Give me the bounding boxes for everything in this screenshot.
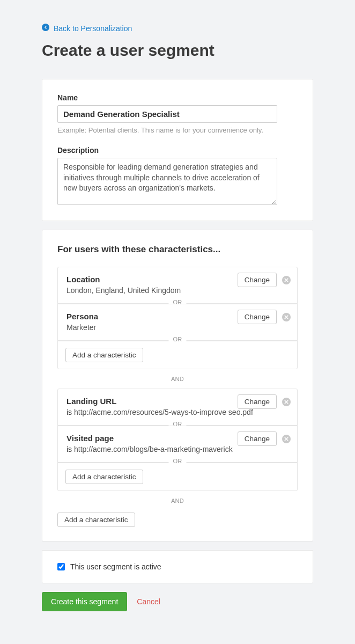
remove-icon[interactable] <box>282 398 291 406</box>
characteristic-rule: Visited page is http://acme.com/blogs/be… <box>58 426 297 462</box>
active-card: This user segment is active <box>42 550 313 583</box>
remove-icon[interactable] <box>282 276 291 284</box>
add-characteristic-row: Add a characteristic <box>58 463 297 491</box>
arrow-left-circle-icon <box>42 24 49 33</box>
change-button[interactable]: Change <box>238 273 277 287</box>
remove-icon[interactable] <box>282 313 291 321</box>
rule-value: is http://acme.com/resources/5-ways-to-i… <box>66 408 289 416</box>
page-title: Create a user segment <box>42 41 313 60</box>
back-link[interactable]: Back to Personalization <box>42 24 132 33</box>
active-checkbox[interactable] <box>57 563 65 570</box>
change-button[interactable]: Change <box>238 431 277 446</box>
description-label: Description <box>57 146 298 155</box>
name-input[interactable] <box>57 105 277 123</box>
name-label: Name <box>57 93 298 102</box>
remove-icon[interactable] <box>282 435 291 443</box>
rule-value: London, England, United Kingdom <box>66 286 289 295</box>
characteristic-rule: Persona Marketer Change <box>58 304 297 340</box>
or-separator: OR <box>58 462 297 463</box>
rule-value: is http://acme.com/blogs/be-a-marketing-… <box>66 445 289 453</box>
rule-value: Marketer <box>66 323 289 332</box>
characteristic-group: Location London, England, United Kingdom… <box>57 267 298 369</box>
change-button[interactable]: Change <box>238 394 277 409</box>
characteristic-rule: Landing URL is http://acme.com/resources… <box>58 389 297 425</box>
add-characteristic-row: Add a characteristic <box>58 341 297 369</box>
active-checkbox-row[interactable]: This user segment is active <box>57 562 298 571</box>
change-button[interactable]: Change <box>238 310 277 324</box>
create-segment-button[interactable]: Create this segment <box>42 592 127 611</box>
description-textarea[interactable] <box>57 158 277 205</box>
and-separator: AND <box>57 491 298 510</box>
characteristic-rule: Location London, England, United Kingdom… <box>58 267 297 303</box>
name-hint: Example: Potential clients. This name is… <box>57 126 298 134</box>
add-characteristic-button[interactable]: Add a characteristic <box>65 348 143 362</box>
characteristic-group: Landing URL is http://acme.com/resources… <box>57 389 298 491</box>
characteristics-heading: For users with these characteristics... <box>57 244 298 255</box>
action-bar: Create this segment Cancel <box>42 592 313 611</box>
active-label: This user segment is active <box>70 562 161 571</box>
cancel-link[interactable]: Cancel <box>137 597 160 606</box>
or-separator: OR <box>58 340 297 341</box>
segment-basics-card: Name Example: Potential clients. This na… <box>42 79 313 221</box>
characteristics-card: For users with these characteristics... … <box>42 230 313 541</box>
add-characteristic-button[interactable]: Add a characteristic <box>65 470 143 484</box>
and-separator: AND <box>57 369 298 389</box>
back-link-label: Back to Personalization <box>54 24 132 33</box>
add-characteristic-group-button[interactable]: Add a characteristic <box>57 513 135 527</box>
